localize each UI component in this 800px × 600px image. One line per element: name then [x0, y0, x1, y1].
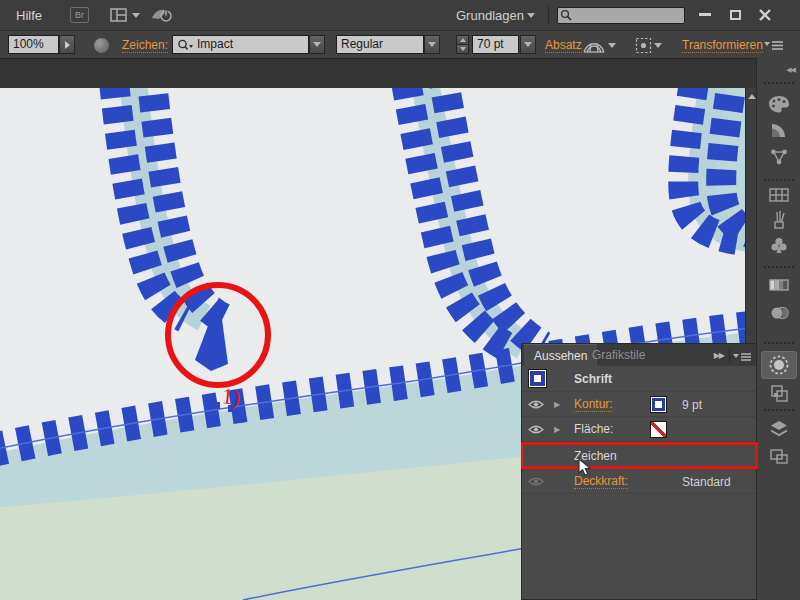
- visibility-eye-icon[interactable]: [528, 424, 544, 438]
- font-size-decrement-button[interactable]: [456, 44, 469, 54]
- scroll-up-icon[interactable]: [748, 94, 756, 99]
- gradient-panel-icon[interactable]: [764, 273, 794, 297]
- tab-grafikstile[interactable]: Grafikstile: [582, 344, 655, 366]
- artboards-panel-icon[interactable]: [764, 445, 794, 469]
- control-bar: 100% Zeichen: Impact Regular 70 pt Absat…: [0, 30, 800, 58]
- workspace-switcher[interactable]: Grundlagen: [456, 8, 524, 23]
- appearance-row-kontur[interactable]: ▶ Kontur: 9 pt: [522, 392, 756, 417]
- font-search-icon: [177, 39, 195, 55]
- schrift-label: Schrift: [574, 372, 612, 386]
- appearance-panel-icon[interactable]: [761, 351, 797, 379]
- sync-globe-icon[interactable]: [94, 38, 109, 53]
- font-size-stepper[interactable]: [456, 35, 469, 54]
- arrange-documents-arrow-icon[interactable]: [132, 13, 140, 18]
- transformieren-panel-link[interactable]: Transformieren: [682, 39, 763, 53]
- kontur-link[interactable]: Kontur:: [574, 397, 613, 412]
- select-similar-arrow-icon[interactable]: [654, 43, 662, 48]
- appearance-row-schrift[interactable]: Schrift: [522, 366, 756, 392]
- dock-grip[interactable]: [764, 342, 794, 344]
- window-close-button[interactable]: [752, 5, 778, 24]
- control-panel-menu-icon[interactable]: [764, 40, 784, 54]
- font-size-dropdown-button[interactable]: [520, 35, 536, 54]
- menu-item-hilfe[interactable]: Hilfe: [16, 8, 42, 23]
- visibility-eye-icon[interactable]: [528, 399, 544, 413]
- window-minimize-button[interactable]: [692, 5, 718, 24]
- visibility-eye-icon-dim[interactable]: [528, 476, 544, 490]
- menu-bar: Hilfe Br Grundlagen: [0, 0, 800, 30]
- collapse-panel-icon[interactable]: ▶▶: [714, 351, 724, 360]
- zoom-dropdown-button[interactable]: [59, 35, 75, 54]
- appearance-row-deckkraft[interactable]: Deckkraft: Standard: [522, 469, 756, 494]
- kontur-stroke-swatch[interactable]: [650, 396, 667, 413]
- gpu-performance-icon[interactable]: [150, 6, 174, 27]
- tutorial-highlight-box: [521, 442, 758, 469]
- disclosure-triangle-icon[interactable]: ▶: [554, 425, 560, 434]
- panel-menu-icon[interactable]: [733, 351, 752, 365]
- appearance-panel: Aussehen Grafikstile ▶▶ Schrift ▶ Kontur…: [521, 343, 757, 600]
- tabbar-separator: [729, 348, 730, 362]
- mouse-cursor-icon: [578, 458, 593, 480]
- absatz-panel-link[interactable]: Absatz: [545, 39, 582, 53]
- brushes-panel-icon[interactable]: [764, 208, 794, 232]
- expand-panels-icon[interactable]: ◀◀: [786, 66, 795, 74]
- zeichen-panel-link[interactable]: Zeichen:: [122, 39, 168, 53]
- layers-panel-icon[interactable]: [764, 417, 794, 441]
- annotation-label: 1): [221, 383, 242, 411]
- panel-icon-dock: ◀◀: [756, 58, 800, 600]
- dock-grip[interactable]: [764, 179, 794, 181]
- flaeche-label: Fläche:: [574, 422, 613, 436]
- panel-tab-bar: Aussehen Grafikstile ▶▶: [522, 344, 756, 366]
- graphic-styles-panel-icon[interactable]: [764, 381, 794, 405]
- font-size-field[interactable]: 70 pt: [472, 35, 519, 54]
- schrift-thumbnail: [528, 369, 547, 388]
- dock-grip[interactable]: [764, 82, 794, 84]
- select-similar-icon[interactable]: [635, 37, 652, 57]
- menubar-separator: [548, 6, 549, 24]
- window-maximize-button[interactable]: [722, 5, 748, 24]
- dock-grip[interactable]: [764, 409, 794, 411]
- color-panel-icon[interactable]: [764, 92, 794, 116]
- kontur-value: 9 pt: [682, 398, 702, 412]
- font-style-dropdown-button[interactable]: [424, 35, 440, 54]
- swatches-panel-icon[interactable]: [764, 183, 794, 207]
- deckkraft-value: Standard: [682, 475, 731, 489]
- warp-arrow-icon[interactable]: [608, 43, 616, 48]
- appearance-row-flaeche[interactable]: ▶ Fläche:: [522, 417, 756, 442]
- color-guide-panel-icon[interactable]: [764, 118, 794, 142]
- dock-grip[interactable]: [764, 266, 794, 268]
- color-themes-panel-icon[interactable]: [764, 145, 794, 169]
- document-frame-band: [0, 58, 756, 88]
- search-icon: [560, 9, 573, 25]
- zoom-level-field[interactable]: 100%: [8, 35, 59, 54]
- bridge-button[interactable]: Br: [70, 7, 89, 23]
- workspace-arrow-icon[interactable]: [527, 13, 535, 18]
- warp-icon[interactable]: [582, 38, 606, 57]
- font-style-field[interactable]: Regular: [336, 35, 424, 54]
- arrange-documents-icon[interactable]: [110, 8, 130, 26]
- transparency-panel-icon[interactable]: [764, 301, 794, 325]
- symbols-panel-icon[interactable]: [764, 233, 794, 257]
- app-search-input[interactable]: [557, 7, 685, 24]
- disclosure-triangle-icon[interactable]: ▶: [554, 400, 560, 409]
- flaeche-none-swatch[interactable]: [650, 421, 667, 438]
- font-family-dropdown-button[interactable]: [309, 35, 325, 54]
